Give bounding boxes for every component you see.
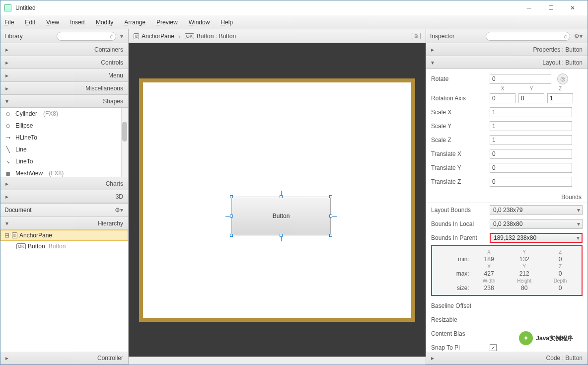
- rotaxis-y-input[interactable]: [518, 93, 544, 103]
- rotate-input[interactable]: [490, 74, 551, 84]
- section-controller[interactable]: ▸Controller: [0, 352, 128, 365]
- watermark: ✦Java实例程序: [519, 331, 573, 345]
- guide-line: [332, 216, 337, 217]
- document-menu-icon[interactable]: ⚙▾: [114, 207, 124, 214]
- section-menu[interactable]: ▸Menu: [0, 69, 128, 82]
- window-title: Untitled: [15, 4, 518, 11]
- inspector-search[interactable]: [486, 32, 570, 41]
- document-icon[interactable]: 🗎: [412, 33, 421, 39]
- hierarchy-tree: ⊟⎚AnchorPane OKButtonButton: [0, 230, 128, 352]
- list-item[interactable]: ⟶HLineTo: [0, 132, 128, 144]
- rotaxis-x-input[interactable]: [490, 93, 515, 103]
- scrollbar[interactable]: [121, 108, 128, 177]
- rotaxis-z-input[interactable]: [547, 93, 573, 103]
- reset-icon[interactable]: ◎: [557, 73, 568, 84]
- library-search[interactable]: [57, 32, 116, 41]
- section-containers[interactable]: ▸Containers: [0, 43, 128, 56]
- transy-input[interactable]: [490, 163, 572, 173]
- document-title: Document: [4, 207, 32, 214]
- breadcrumb-bar: ⎚AnchorPane › OKButton : Button 🗎: [129, 29, 426, 43]
- section-controls[interactable]: ▸Controls: [0, 56, 128, 69]
- menu-file[interactable]: File: [4, 19, 14, 26]
- section-code[interactable]: ▸Code : Button: [426, 352, 588, 365]
- section-charts[interactable]: ▸Charts: [0, 177, 128, 190]
- section-shapes[interactable]: ▾Shapes: [0, 95, 128, 108]
- maximize-button[interactable]: ☐: [540, 0, 562, 15]
- snap-checkbox[interactable]: ✓: [490, 344, 497, 351]
- horizontal-scrollbar[interactable]: [129, 357, 426, 365]
- close-button[interactable]: ✕: [562, 0, 584, 15]
- menu-edit[interactable]: Edit: [25, 19, 35, 26]
- bounds-parent-combo[interactable]: 189,132 238x80: [490, 233, 583, 243]
- inspector-menu-icon[interactable]: ⚙▾: [573, 33, 584, 40]
- app-icon: [4, 4, 11, 11]
- title-bar: Untitled ─ ☐ ✕: [0, 0, 588, 15]
- menu-view[interactable]: View: [46, 19, 59, 26]
- list-item[interactable]: ○Ellipse: [0, 120, 128, 132]
- center-panel: ⎚AnchorPane › OKButton : Button 🗎 Button: [129, 29, 426, 365]
- menu-preview[interactable]: Preview: [156, 19, 178, 26]
- bounds-popup: XYZ min:1891320 XYZ max:4272120 WidthHei…: [431, 245, 583, 296]
- minimize-button[interactable]: ─: [518, 0, 540, 15]
- scaley-input[interactable]: [490, 121, 572, 131]
- breadcrumb-item[interactable]: OKButton : Button: [185, 33, 236, 40]
- scalex-input[interactable]: [490, 107, 572, 117]
- menu-arrange[interactable]: Arrange: [124, 19, 146, 26]
- resize-handle[interactable]: [230, 195, 233, 198]
- transx-input[interactable]: [490, 149, 572, 159]
- breadcrumb-item[interactable]: ⎚AnchorPane: [134, 33, 174, 40]
- list-item[interactable]: ↘LineTo: [0, 155, 128, 167]
- section-misc[interactable]: ▸Miscellaneous: [0, 82, 128, 95]
- section-3d[interactable]: ▸3D: [0, 190, 128, 203]
- scalez-input[interactable]: [490, 135, 572, 145]
- list-item[interactable]: ╲Line: [0, 144, 128, 155]
- library-panel: Library ▾ ▸Containers ▸Controls ▸Menu ▸M…: [0, 29, 129, 365]
- menu-bar: File Edit View Insert Modify Arrange Pre…: [0, 15, 588, 29]
- menu-window[interactable]: Window: [189, 19, 210, 26]
- inspector-title: Inspector: [430, 33, 454, 40]
- section-layout[interactable]: ▾Layout : Button: [426, 56, 588, 69]
- menu-insert[interactable]: Insert: [70, 19, 85, 26]
- resize-handle[interactable]: [329, 234, 332, 237]
- layout-bounds-combo[interactable]: 0,0 238x79: [490, 205, 583, 215]
- library-menu-icon[interactable]: ▾: [119, 33, 124, 40]
- guide-line: [281, 236, 282, 241]
- shapes-list: ○Cylinder(FX8) ○Ellipse ⟶HLineTo ╲Line ↘…: [0, 108, 128, 177]
- inspector-panel: Inspector ⚙▾ ▸Properties : Button ▾Layou…: [426, 29, 588, 365]
- menu-modify[interactable]: Modify: [96, 19, 113, 26]
- resize-handle[interactable]: [329, 195, 332, 198]
- guide-line: [225, 216, 230, 217]
- menu-help[interactable]: Help: [220, 19, 233, 26]
- transz-input[interactable]: [490, 177, 572, 187]
- button-node[interactable]: Button: [231, 197, 331, 235]
- section-properties[interactable]: ▸Properties : Button: [426, 43, 588, 56]
- tree-node-anchorpane[interactable]: ⊟⎚AnchorPane: [0, 230, 128, 241]
- anchorpane-canvas[interactable]: Button: [139, 78, 415, 322]
- list-item[interactable]: ○Cylinder(FX8): [0, 108, 128, 120]
- list-item[interactable]: ▦MeshView(FX8): [0, 167, 128, 177]
- canvas-area[interactable]: Button: [129, 43, 426, 357]
- library-title: Library: [4, 33, 23, 40]
- section-hierarchy[interactable]: ▾Hierarchy: [0, 217, 128, 230]
- chevron-right-icon: ›: [178, 32, 181, 40]
- bounds-header: Bounds: [426, 192, 588, 203]
- tree-node-button[interactable]: OKButtonButton: [0, 241, 128, 252]
- guide-line: [281, 191, 282, 196]
- bounds-local-combo[interactable]: 0,0 238x80: [490, 219, 583, 229]
- resize-handle[interactable]: [230, 234, 233, 237]
